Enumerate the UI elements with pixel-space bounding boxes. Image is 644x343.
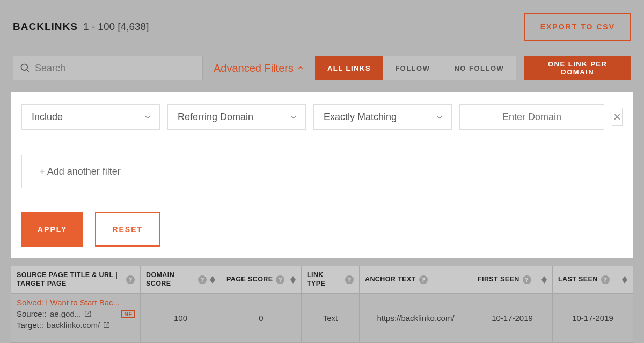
help-icon[interactable]: ?	[126, 275, 135, 284]
svg-marker-10	[622, 276, 627, 280]
svg-line-1	[27, 70, 29, 72]
th-first-seen[interactable]: FIRST SEEN ?	[472, 266, 553, 294]
topbar: BACKLINKS 1 - 100 [4,638] EXPORT TO CSV	[13, 13, 631, 41]
link-type-segment: ALL LINKS FOLLOW NO FOLLOW	[315, 56, 516, 80]
sort-control[interactable]	[210, 276, 215, 284]
search-icon	[20, 63, 31, 73]
help-icon[interactable]: ?	[523, 275, 531, 284]
page-title: BACKLINKS	[13, 21, 78, 33]
svg-marker-7	[290, 280, 296, 284]
advanced-filters-panel: Include Referring Domain Exactly Matchin…	[11, 92, 633, 258]
filter-domain-input[interactable]	[459, 104, 604, 130]
segment-nofollow[interactable]: NO FOLLOW	[442, 56, 516, 80]
reset-button[interactable]: RESET	[95, 212, 160, 247]
external-link-icon[interactable]	[103, 322, 110, 329]
svg-marker-5	[210, 280, 215, 284]
apply-button[interactable]: APPLY	[21, 212, 83, 247]
svg-marker-8	[541, 276, 547, 280]
sort-control[interactable]	[622, 276, 627, 284]
remove-filter-button[interactable]	[612, 108, 623, 126]
cell-link-type: Text	[302, 294, 360, 343]
advanced-filters-label: Advanced Filters	[214, 62, 294, 74]
search-input[interactable]	[31, 63, 196, 74]
title-wrap: BACKLINKS 1 - 100 [4,638]	[13, 21, 149, 33]
cell-page-score: 0	[221, 294, 302, 343]
th-anchor[interactable]: ANCHOR TEXT ?	[360, 266, 472, 294]
target-value: backlinko.com/	[47, 320, 100, 330]
filter-field-select[interactable]: Referring Domain	[167, 104, 306, 130]
panel-actions: APPLY RESET	[11, 200, 633, 247]
cell-first-seen: 10-17-2019	[472, 294, 553, 343]
help-icon[interactable]: ?	[601, 275, 610, 284]
cell-anchor: https://backlinko.com/	[360, 294, 472, 343]
svg-marker-4	[210, 276, 215, 280]
search-box[interactable]	[13, 56, 203, 80]
table-header: SOURCE PAGE TITLE & URL | TARGET PAGE ? …	[11, 266, 633, 294]
svg-marker-11	[622, 280, 627, 284]
help-icon[interactable]: ?	[198, 275, 207, 284]
filter-field-value: Referring Domain	[178, 111, 253, 123]
controls-row: Advanced Filters ALL LINKS FOLLOW NO FOL…	[13, 56, 631, 80]
one-link-per-domain-button[interactable]: ONE LINK PER DOMAIN	[524, 56, 631, 80]
segment-follow[interactable]: FOLLOW	[383, 56, 442, 80]
source-label: Source::	[17, 309, 47, 318]
filter-match-select[interactable]: Exactly Matching	[313, 104, 452, 130]
filter-mode-value: Include	[32, 111, 63, 123]
chevron-down-icon	[435, 113, 444, 121]
help-icon[interactable]: ?	[419, 275, 428, 284]
svg-marker-9	[541, 280, 547, 284]
sort-control[interactable]	[541, 276, 547, 284]
help-icon[interactable]: ?	[345, 275, 354, 284]
backlinks-table: SOURCE PAGE TITLE & URL | TARGET PAGE ? …	[11, 266, 633, 343]
cell-domain-score: 100	[141, 294, 221, 343]
chevron-down-icon	[289, 113, 298, 121]
th-link-type[interactable]: LINK TYPE ?	[302, 266, 360, 294]
svg-marker-6	[290, 276, 296, 280]
table-row: Solved: I Want to Start Bac... Source:: …	[11, 294, 633, 343]
row-title-link[interactable]: Solved: I Want to Start Bac...	[17, 298, 120, 307]
help-icon[interactable]: ?	[276, 275, 284, 284]
nofollow-badge: NF	[121, 310, 135, 318]
panel-divider	[11, 143, 633, 143]
filter-mode-select[interactable]: Include	[21, 104, 160, 130]
source-value: ae.god...	[50, 309, 81, 318]
results-range: 1 - 100 [4,638]	[83, 21, 149, 33]
target-label: Target::	[17, 320, 43, 330]
segment-all-links[interactable]: ALL LINKS	[315, 56, 383, 80]
filter-match-value: Exactly Matching	[324, 111, 397, 123]
add-filter-button[interactable]: + Add another filter	[21, 155, 138, 188]
cell-last-seen: 10-17-2019	[553, 294, 633, 343]
cell-source: Solved: I Want to Start Bac... Source:: …	[11, 294, 141, 343]
close-icon	[613, 113, 621, 121]
th-domain-score[interactable]: DOMAIN SCORE ?	[141, 266, 221, 294]
chevron-up-icon	[297, 64, 304, 72]
th-page-score[interactable]: PAGE SCORE ?	[221, 266, 302, 294]
th-source[interactable]: SOURCE PAGE TITLE & URL | TARGET PAGE ?	[11, 266, 141, 294]
external-link-icon[interactable]	[84, 310, 91, 317]
filter-row: Include Referring Domain Exactly Matchin…	[21, 104, 623, 130]
chevron-down-icon	[143, 113, 152, 121]
svg-point-0	[21, 64, 28, 71]
advanced-filters-toggle[interactable]: Advanced Filters	[210, 56, 308, 80]
th-last-seen[interactable]: LAST SEEN ?	[553, 266, 633, 294]
export-csv-button[interactable]: EXPORT TO CSV	[524, 13, 631, 41]
sort-control[interactable]	[290, 276, 296, 284]
